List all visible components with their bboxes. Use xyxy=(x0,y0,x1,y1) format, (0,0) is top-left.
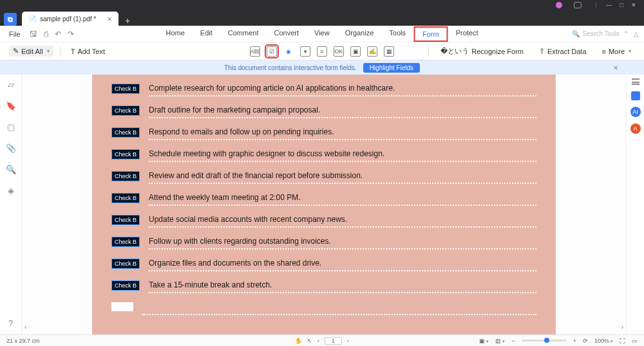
highlight-fields-button[interactable]: Highlight Fields xyxy=(363,63,420,73)
task-text: Attend the weekly team meeting at 2:00 P… xyxy=(149,193,536,206)
next-page-icon[interactable]: › xyxy=(347,338,349,344)
user-avatar[interactable] xyxy=(556,2,562,8)
date-field-tool[interactable]: ▦ xyxy=(384,46,394,57)
more-button[interactable]: ≡ More xyxy=(598,46,635,57)
maximize-button[interactable]: □ xyxy=(620,2,623,8)
extract-data-label: Extract Data xyxy=(547,48,587,55)
menu-convert[interactable]: Convert xyxy=(266,26,307,42)
cloud-icon[interactable] xyxy=(574,2,582,8)
blank-field[interactable] xyxy=(111,302,133,311)
bookmarks-icon[interactable]: 🔖 xyxy=(6,101,16,111)
text-field-tool[interactable]: AB| xyxy=(250,46,260,57)
task-row: Check BSchedule meeting with graphic des… xyxy=(111,149,536,162)
recognize-icon: �という xyxy=(440,46,469,56)
menu-organize[interactable]: Organize xyxy=(337,26,382,42)
status-bar: 21 x 29.7 cm ✋ ↖ ‹ 1 › ▣ ▥ − + ⟳ 100% ⛶ … xyxy=(0,334,644,346)
checkbox-field[interactable]: Check B xyxy=(111,149,140,159)
task-text: Update social media accounts with recent… xyxy=(149,215,536,228)
checkbox-tool[interactable]: ☑ xyxy=(267,46,277,57)
checkbox-field[interactable]: Check B xyxy=(111,84,140,94)
app-logo[interactable]: ⧉ xyxy=(4,13,17,26)
undo-icon[interactable]: ↶ xyxy=(55,30,61,39)
file-menu[interactable]: File xyxy=(0,30,30,38)
new-tab-button[interactable]: + xyxy=(118,15,137,26)
ai-assistant-icon[interactable]: AI xyxy=(630,107,641,117)
checkbox-field[interactable]: Check B xyxy=(111,215,140,225)
checkbox-field[interactable]: Check B xyxy=(111,193,140,203)
zoom-in-icon[interactable]: + xyxy=(573,338,576,344)
more-icon: ≡ xyxy=(602,48,606,55)
document-tab[interactable]: 📄 sample pdf (1).pdf * ✕ xyxy=(22,12,118,26)
checkbox-field[interactable]: Check B xyxy=(111,259,140,269)
thumbnails-icon[interactable]: ▱ xyxy=(8,80,14,89)
save-icon[interactable]: 🖫 xyxy=(30,30,37,39)
main-menu: Home Edit Comment Convert View Organize … xyxy=(158,26,486,42)
edit-all-button[interactable]: ✎ Edit All xyxy=(9,46,53,57)
minimize-button[interactable]: — xyxy=(607,2,612,8)
separator xyxy=(60,46,61,57)
print-icon[interactable]: ⎙ xyxy=(44,30,48,39)
fullscreen-icon[interactable]: ⛶ xyxy=(620,338,625,344)
search-panel-icon[interactable]: 🔍 xyxy=(6,165,16,174)
edit-all-label: Edit All xyxy=(21,48,43,55)
layers-icon[interactable]: ▢ xyxy=(7,122,15,132)
text-icon: T xyxy=(71,48,75,55)
pencil-icon: ✎ xyxy=(13,47,19,55)
attachments-icon[interactable]: 📎 xyxy=(6,143,16,153)
redo-icon[interactable]: ↷ xyxy=(68,30,74,39)
fields-panel-icon[interactable]: ◈ xyxy=(8,186,14,196)
menu-protect[interactable]: Protect xyxy=(448,26,486,42)
read-mode-icon[interactable]: ▭ xyxy=(632,338,638,344)
menu-tools[interactable]: Tools xyxy=(381,26,413,42)
page-number-input[interactable]: 1 xyxy=(325,337,342,345)
blank-line xyxy=(142,302,536,315)
menu-form[interactable]: Form xyxy=(413,26,448,42)
signature-tool[interactable]: ✍ xyxy=(367,46,377,57)
collapse-ribbon-icon[interactable]: ⌃ xyxy=(623,30,629,37)
kebab-menu-icon[interactable]: ⋮ xyxy=(593,2,599,8)
listbox-tool[interactable]: ≡ xyxy=(317,46,327,57)
menu-home[interactable]: Home xyxy=(158,26,192,42)
radio-tool[interactable]: ◉ xyxy=(283,46,294,57)
blank-row xyxy=(111,302,536,315)
menu-view[interactable]: View xyxy=(307,26,337,42)
zoom-level[interactable]: 100% xyxy=(594,338,613,344)
dropdown-tool[interactable]: ▾ xyxy=(300,46,310,57)
checkbox-field[interactable]: Check B xyxy=(111,171,140,181)
add-text-button[interactable]: T Add Text xyxy=(67,46,109,57)
reset-zoom-icon[interactable]: ⟳ xyxy=(583,338,588,344)
recognize-form-button[interactable]: �という Recognize Form xyxy=(437,45,527,57)
document-canvas[interactable]: ‹ Check BComplete research for upcoming … xyxy=(22,75,626,334)
select-tool-icon[interactable]: ↖ xyxy=(307,338,312,344)
close-tab-button[interactable]: ✕ xyxy=(107,15,112,23)
close-banner-button[interactable]: ✕ xyxy=(613,64,618,71)
image-field-tool[interactable]: ▣ xyxy=(350,46,361,57)
checkbox-field[interactable]: Check B xyxy=(111,127,140,138)
extract-data-button[interactable]: ⇧ Extract Data xyxy=(535,46,591,57)
comment-panel-icon[interactable]: A xyxy=(630,123,641,134)
task-text: Schedule meeting with graphic designer t… xyxy=(149,149,536,162)
help-icon[interactable]: △ xyxy=(634,30,639,37)
view-mode-icon[interactable]: ▥ xyxy=(495,338,505,344)
menu-comment[interactable]: Comment xyxy=(220,26,267,42)
menu-edit[interactable]: Edit xyxy=(193,26,220,42)
checkbox-field[interactable]: Check B xyxy=(111,237,140,247)
checkbox-field[interactable]: Check B xyxy=(111,280,140,291)
checkbox-field[interactable]: Check B xyxy=(111,105,140,116)
help-panel-icon[interactable]: ? xyxy=(8,318,13,328)
scroll-right-icon[interactable]: › xyxy=(621,323,623,331)
page-dimensions: 21 x 29.7 cm xyxy=(6,338,40,344)
task-row: Check BAttend the weekly team meeting at… xyxy=(111,193,536,206)
zoom-out-icon[interactable]: − xyxy=(511,338,515,344)
fit-mode-icon[interactable]: ▣ xyxy=(479,338,489,344)
close-window-button[interactable]: ✕ xyxy=(631,2,636,8)
properties-icon[interactable] xyxy=(632,78,639,85)
search-placeholder: Search Tools xyxy=(582,30,620,37)
scroll-left-icon[interactable]: ‹ xyxy=(24,323,26,331)
button-tool[interactable]: OK xyxy=(334,46,344,57)
zoom-slider[interactable] xyxy=(522,340,567,341)
prev-page-icon[interactable]: ‹ xyxy=(317,338,319,344)
share-icon[interactable] xyxy=(631,91,640,100)
search-tools[interactable]: 🔍 Search Tools xyxy=(572,30,623,37)
hand-tool-icon[interactable]: ✋ xyxy=(295,338,302,344)
